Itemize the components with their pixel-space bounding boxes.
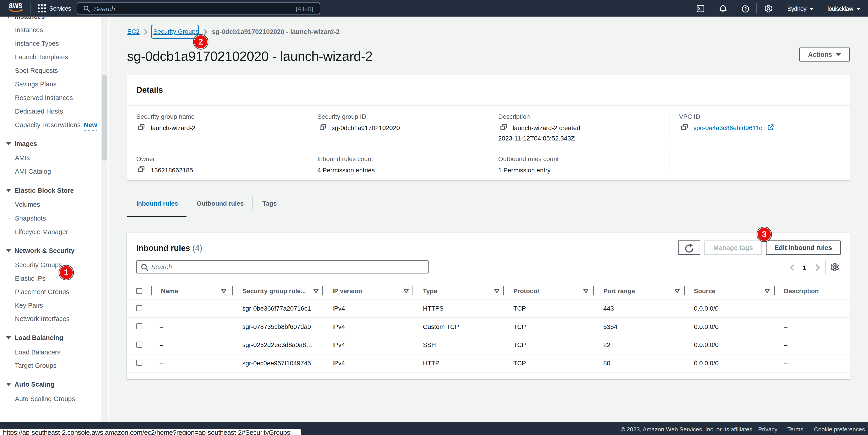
svg-text:aws: aws [9, 2, 22, 10]
svg-text:?: ? [744, 6, 747, 11]
